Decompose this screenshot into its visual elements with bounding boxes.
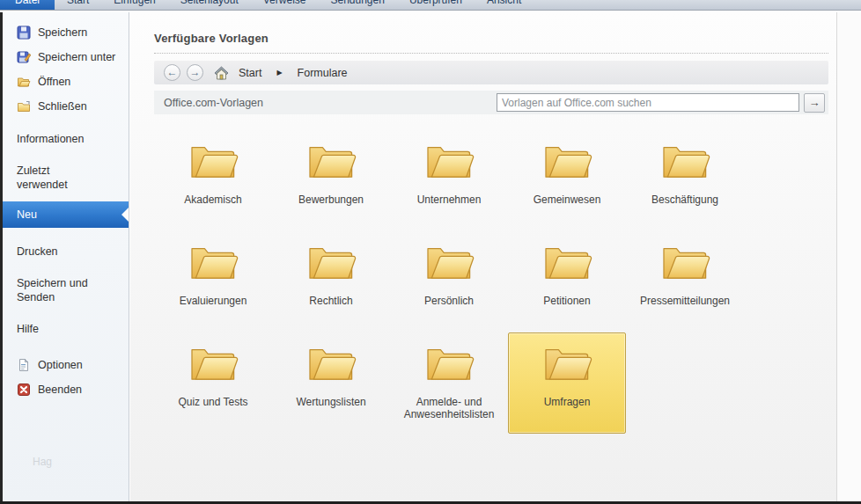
sidebar-item-options[interactable]: Optionen	[3, 353, 129, 377]
folder-label: Petitionen	[543, 295, 590, 307]
breadcrumb-root[interactable]: Start	[235, 67, 265, 79]
page-title: Verfügbare Vorlagen	[154, 32, 828, 45]
selected-notch	[121, 208, 129, 222]
template-search-input[interactable]	[497, 93, 799, 112]
search-go-button[interactable]: →	[804, 93, 825, 113]
folder-icon	[540, 342, 594, 384]
folder-icon	[186, 241, 240, 283]
sidebar-item-label: Schließen	[38, 100, 87, 113]
sidebar-item-label: Informationen	[17, 133, 84, 145]
folder-label: Anmelde- und Anwesenheitslisten	[394, 396, 504, 420]
folder-icon	[304, 342, 358, 384]
folder-label: Unternehmen	[417, 194, 482, 206]
office-templates-bar: Office.com-Vorlagen →	[154, 91, 828, 114]
ribbon-tab-einfügen[interactable]: Einfügen	[101, 0, 167, 10]
folder-icon	[540, 140, 594, 182]
closed-folder-icon	[17, 99, 31, 113]
forward-button[interactable]: →	[187, 64, 203, 81]
template-folder-anmelde-und-anwesenheitslisten[interactable]: Anmelde- und Anwesenheitslisten	[390, 332, 508, 434]
template-folder-akademisch[interactable]: Akademisch	[154, 130, 272, 231]
folder-icon	[658, 241, 712, 283]
sidebar-item-close[interactable]: Schließen	[3, 94, 129, 119]
template-folder-gemeinwesen[interactable]: Gemeinwesen	[508, 130, 626, 231]
folder-label: Umfragen	[544, 396, 591, 408]
template-folder-pressemitteilungen[interactable]: Pressemitteilungen	[626, 231, 744, 332]
folder-icon	[422, 140, 476, 182]
folder-label: Pressemitteilungen	[640, 295, 730, 307]
exit-icon	[17, 383, 31, 397]
folder-icon	[658, 140, 712, 182]
backstage-sidebar: Speichern Speichern unter Öffnen Schließ…	[3, 12, 129, 501]
sidebar-item-label: Beenden	[38, 383, 82, 396]
templates-panel: Verfügbare Vorlagen ← → Start ▶ Formular…	[130, 12, 836, 501]
preview-pane	[836, 12, 861, 501]
sidebar-item-label: Hilfe	[17, 323, 39, 335]
ribbon-tab-datei[interactable]: Datei	[0, 0, 55, 10]
folder-icon	[186, 342, 240, 384]
template-folder-beschäftigung[interactable]: Beschäftigung	[626, 130, 744, 231]
folder-label: Gemeinwesen	[534, 194, 601, 206]
sidebar-item-label: Speichern	[38, 26, 87, 39]
folder-label: Evaluierungen	[180, 295, 247, 307]
ribbon-tab-start[interactable]: Start	[55, 0, 101, 10]
template-folder-unternehmen[interactable]: Unternehmen	[390, 130, 508, 231]
back-button[interactable]: ←	[164, 64, 180, 81]
save-as-icon	[17, 50, 31, 64]
breadcrumb-current[interactable]: Formulare	[294, 67, 351, 79]
ribbon-tabbar: DateiStartEinfügenSeitenlayoutVerweiseSe…	[0, 0, 861, 10]
sidebar-item-open[interactable]: Öffnen	[3, 69, 129, 94]
open-folder-icon	[17, 75, 31, 89]
ribbon-tab-ansicht[interactable]: Ansicht	[475, 0, 534, 10]
template-folder-grid: AkademischBewerbungenUnternehmenGemeinwe…	[154, 130, 746, 434]
ribbon-tab-sendungen[interactable]: Sendungen	[318, 0, 396, 10]
folder-icon	[540, 241, 594, 283]
folder-icon	[186, 140, 240, 182]
sidebar-item-label: Öffnen	[38, 76, 70, 88]
sidebar-item-label: Speichern und Senden	[17, 276, 105, 304]
watermark-text: Hag	[33, 456, 52, 468]
ribbon-tab-seitenlayout[interactable]: Seitenlayout	[168, 0, 251, 10]
template-folder-bewerbungen[interactable]: Bewerbungen	[272, 130, 390, 231]
sidebar-item-new[interactable]: Neu	[3, 201, 129, 228]
folder-label: Persönlich	[424, 295, 474, 307]
folder-label: Bewerbungen	[298, 194, 364, 206]
template-folder-umfragen[interactable]: Umfragen	[508, 332, 626, 434]
sidebar-item-exit[interactable]: Beenden	[3, 377, 129, 402]
sidebar-item-label: Zuletzt verwendet	[17, 164, 87, 192]
sidebar-item-label: Drucken	[17, 245, 58, 258]
template-folder-petitionen[interactable]: Petitionen	[508, 231, 626, 332]
template-folder-rechtlich[interactable]: Rechtlich	[272, 231, 390, 332]
folder-label: Quiz und Tests	[178, 396, 247, 408]
template-folder-quiz-und-tests[interactable]: Quiz und Tests	[154, 332, 272, 434]
sidebar-item-label: Optionen	[38, 359, 83, 371]
folder-icon	[422, 342, 476, 384]
breadcrumb-separator-icon: ▶	[271, 69, 287, 77]
template-folder-persönlich[interactable]: Persönlich	[390, 231, 508, 332]
sidebar-item-label: Neu	[17, 208, 37, 221]
folder-icon	[422, 241, 476, 283]
sidebar-item-save[interactable]: Speichern	[3, 20, 129, 45]
folder-icon	[304, 140, 358, 182]
sidebar-item-save-as[interactable]: Speichern unter	[3, 45, 129, 69]
template-navbar: ← → Start ▶ Formulare	[154, 61, 828, 84]
sidebar-item-info[interactable]: Informationen	[3, 128, 129, 150]
folder-label: Rechtlich	[309, 295, 352, 307]
folder-label: Beschäftigung	[651, 194, 718, 206]
ribbon-tab-überprüfen[interactable]: Überprüfen	[397, 0, 475, 10]
sidebar-item-save-send[interactable]: Speichern und Senden	[3, 272, 129, 309]
sidebar-item-help[interactable]: Hilfe	[3, 318, 129, 340]
save-icon	[17, 26, 31, 40]
folder-icon	[304, 241, 358, 283]
template-folder-evaluierungen[interactable]: Evaluierungen	[154, 231, 272, 332]
folder-label: Wertungslisten	[296, 396, 365, 408]
ribbon-tab-verweise[interactable]: Verweise	[251, 0, 319, 10]
home-icon[interactable]	[214, 66, 229, 80]
sidebar-item-recent[interactable]: Zuletzt verwendet	[3, 159, 129, 196]
folder-label: Akademisch	[184, 194, 241, 206]
title-divider	[154, 53, 828, 54]
sidebar-item-label: Speichern unter	[38, 51, 115, 63]
options-icon	[17, 358, 31, 372]
office-templates-label: Office.com-Vorlagen	[164, 97, 263, 109]
template-folder-wertungslisten[interactable]: Wertungslisten	[272, 332, 390, 434]
sidebar-item-print[interactable]: Drucken	[3, 240, 129, 263]
